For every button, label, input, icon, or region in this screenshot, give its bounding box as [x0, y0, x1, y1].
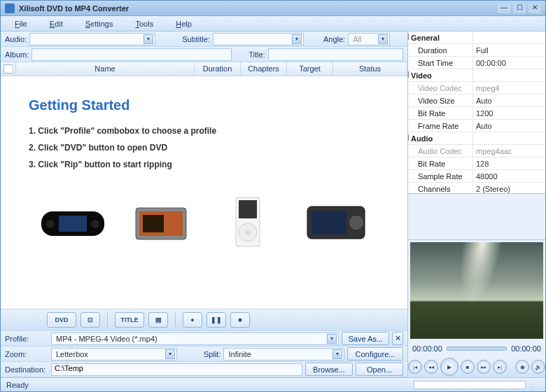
section-general: General — [411, 34, 440, 42]
stop-playback-button[interactable]: ■ — [461, 360, 475, 374]
angle-label: Angle: — [323, 35, 345, 43]
menu-settings[interactable]: Settings — [78, 18, 120, 30]
snapshot-button[interactable]: ◉ — [515, 360, 529, 374]
chevron-down-icon: ▾ — [332, 349, 342, 359]
progress-bar — [414, 381, 526, 389]
col-duration[interactable]: Duration — [195, 62, 241, 76]
stop-button[interactable]: ■ — [230, 312, 250, 328]
collapse-icon[interactable]: - — [408, 34, 409, 40]
svg-point-13 — [349, 215, 364, 230]
dvd-button[interactable]: DVD — [47, 312, 76, 328]
step-1: 1. Click "Profile" combobox to choose a … — [29, 126, 379, 136]
resize-grip-icon[interactable]: ⋰ — [530, 380, 540, 390]
title-button[interactable]: TITLE — [115, 312, 144, 328]
zoom-label: Zoom: — [5, 350, 48, 358]
svg-rect-12 — [312, 211, 346, 234]
chevron-down-icon: ▾ — [378, 34, 388, 44]
status-bar: Ready ⋰ — [1, 377, 545, 391]
svg-point-3 — [91, 220, 99, 228]
configure-button[interactable]: Configure... — [347, 347, 403, 360]
maximize-button[interactable]: ☐ — [513, 4, 526, 13]
play-button[interactable]: ▶ — [440, 358, 458, 376]
audio-label: Audio: — [5, 35, 27, 43]
subtitle-label: Subtitle: — [182, 35, 210, 43]
content-area: Getting Started 1. Click "Profile" combo… — [1, 76, 407, 309]
open-button[interactable]: Open... — [356, 363, 403, 376]
preview-pane — [410, 242, 543, 339]
prop-audio-bitrate[interactable]: Bit Rate128 — [408, 158, 545, 170]
prop-channels[interactable]: Channels2 (Stereo) — [408, 183, 545, 194]
title-input[interactable] — [268, 48, 403, 61]
destination-label: Destination: — [5, 365, 48, 374]
title-label: Title: — [248, 50, 265, 59]
collapse-icon[interactable]: - — [408, 134, 409, 141]
prop-sample-rate[interactable]: Sample Rate48000 — [408, 170, 545, 183]
property-description — [408, 194, 545, 240]
browse-button[interactable]: Browse... — [305, 363, 353, 376]
toolbar: DVD ⊡ TITLE ▤ ● ❚❚ ■ — [1, 309, 407, 331]
zoom-combo[interactable]: Letterbox▾ — [51, 348, 177, 360]
menu-edit[interactable]: Edit — [43, 18, 70, 30]
device-pmp-icon — [300, 197, 370, 246]
prop-start-time[interactable]: Start Time00:00:00 — [408, 57, 545, 69]
svg-point-2 — [46, 220, 55, 228]
chevron-down-icon: ▾ — [144, 34, 153, 44]
album-input[interactable] — [31, 48, 232, 61]
app-title: Xilisoft DVD to MP4 Converter — [19, 4, 495, 13]
save-as-button[interactable]: Save As... — [342, 332, 389, 345]
minimize-button[interactable]: — — [498, 4, 510, 13]
section-video: Video — [411, 71, 432, 80]
destination-input[interactable]: C:\Temp — [51, 363, 302, 376]
angle-combo[interactable]: All▾ — [348, 33, 390, 46]
chevron-down-icon: ▾ — [292, 34, 302, 44]
svg-rect-1 — [59, 216, 87, 232]
close-button[interactable]: ✕ — [528, 4, 541, 13]
col-chapters[interactable]: Chapters — [241, 62, 287, 76]
device-camera-icon — [125, 197, 195, 246]
properties-panel: -General DurationFull Start Time00:00:00… — [408, 31, 545, 194]
prev-button[interactable]: |◂ — [408, 360, 422, 374]
col-target[interactable]: Target — [287, 62, 333, 76]
status-text: Ready — [6, 381, 29, 389]
list-header: Name Duration Chapters Target Status — [1, 62, 407, 76]
col-status[interactable]: Status — [333, 62, 407, 76]
svg-rect-6 — [143, 215, 164, 232]
time-total: 00:00:00 — [511, 344, 541, 353]
col-name[interactable]: Name — [16, 62, 195, 76]
delete-profile-button[interactable]: ✕ — [392, 332, 403, 345]
chapter-button[interactable]: ▤ — [148, 312, 168, 328]
collapse-icon[interactable]: - — [408, 71, 409, 78]
prop-video-size[interactable]: Video SizeAuto — [408, 94, 545, 107]
split-combo[interactable]: Infinite▾ — [223, 348, 344, 360]
prop-audio-codec[interactable]: Audio Codecmpeg4aac — [408, 145, 545, 158]
device-psp-icon — [38, 197, 108, 246]
step-3: 3. Click "Rip" button to start ripping — [29, 160, 379, 169]
chevron-down-icon: ▾ — [165, 349, 175, 359]
chevron-down-icon: ▾ — [327, 334, 337, 344]
menu-file[interactable]: File — [8, 18, 34, 30]
menu-tools[interactable]: Tools — [128, 18, 160, 30]
forward-button[interactable]: ▸▸ — [477, 360, 491, 374]
prop-duration[interactable]: DurationFull — [408, 44, 545, 57]
menu-help[interactable]: Help — [169, 18, 199, 30]
menubar: File Edit Settings Tools Help — [1, 16, 545, 31]
prop-video-bitrate[interactable]: Bit Rate1200 — [408, 107, 545, 120]
audio-combo[interactable]: ▾ — [29, 33, 155, 46]
prop-frame-rate[interactable]: Frame RateAuto — [408, 120, 545, 132]
rewind-button[interactable]: ◂◂ — [424, 360, 438, 374]
split-label: Split: — [204, 350, 220, 358]
seek-bar[interactable] — [447, 346, 507, 351]
profile-combo[interactable]: MP4 - MPEG-4 Video (*.mp4)▾ — [51, 332, 339, 345]
next-button[interactable]: ▸| — [493, 360, 507, 374]
select-all-checkbox[interactable] — [4, 64, 13, 74]
step-2: 2. Click "DVD" button to open DVD — [29, 143, 379, 153]
subtitle-combo[interactable]: ▾ — [213, 33, 304, 46]
volume-button[interactable]: 🔊 — [531, 360, 545, 374]
ifo-button[interactable]: ⊡ — [80, 312, 100, 328]
getting-started-heading: Getting Started — [29, 97, 379, 113]
pause-button[interactable]: ❚❚ — [206, 312, 226, 328]
app-icon — [5, 4, 15, 13]
rip-button[interactable]: ● — [183, 312, 202, 328]
prop-video-codec[interactable]: Video Codecmpeg4 — [408, 82, 545, 94]
profile-label: Profile: — [5, 335, 48, 343]
